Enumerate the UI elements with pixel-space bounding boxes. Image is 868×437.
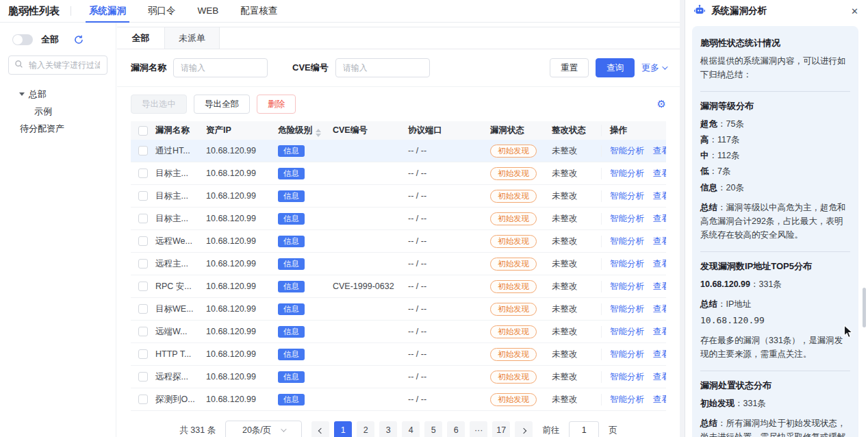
- view-link[interactable]: 查看: [652, 146, 666, 155]
- tab-weak-passwords[interactable]: 弱口令: [146, 0, 177, 23]
- column-settings-gear-icon[interactable]: ⚙: [657, 98, 666, 110]
- panel-scrollbar[interactable]: [863, 288, 866, 327]
- cell-vuln-name[interactable]: 目标主...: [154, 190, 205, 202]
- view-link[interactable]: 查看: [652, 282, 666, 291]
- row-checkbox[interactable]: [138, 259, 148, 269]
- page-button-17[interactable]: 17: [492, 421, 510, 437]
- page-button-2[interactable]: 2: [357, 421, 374, 437]
- cell-vuln-name[interactable]: HTTP T...: [154, 349, 205, 359]
- row-checkbox[interactable]: [138, 236, 148, 246]
- smart-analysis-link[interactable]: 智能分析: [610, 146, 644, 155]
- table-row[interactable]: 目标主... 10.68.120.99 信息 -- / -- 初始发现 未整改 …: [131, 162, 666, 185]
- row-checkbox[interactable]: [138, 372, 148, 382]
- view-link[interactable]: 查看: [652, 236, 666, 246]
- smart-analysis-link[interactable]: 智能分析: [610, 349, 644, 359]
- refresh-icon[interactable]: [74, 35, 84, 45]
- close-icon[interactable]: ✕: [851, 7, 858, 16]
- smart-analysis-link[interactable]: 智能分析: [610, 259, 644, 269]
- page-size-select[interactable]: 20条/页: [225, 421, 302, 437]
- smart-analysis-link[interactable]: 智能分析: [610, 191, 644, 201]
- page-button-4[interactable]: 4: [402, 421, 420, 437]
- page-button-1[interactable]: 1: [334, 421, 352, 437]
- row-checkbox[interactable]: [138, 168, 148, 178]
- cell-vuln-name[interactable]: 目标主...: [154, 168, 205, 179]
- delete-button[interactable]: 删除: [257, 95, 296, 114]
- cell-vuln-name[interactable]: 远程We...: [154, 236, 205, 247]
- smart-analysis-link[interactable]: 智能分析: [610, 372, 644, 382]
- cell-vuln-name[interactable]: RPC 安...: [154, 281, 205, 292]
- tree-node-example[interactable]: 示例: [8, 103, 107, 120]
- tree-filter-input[interactable]: [27, 60, 101, 71]
- smart-analysis-link[interactable]: 智能分析: [610, 214, 644, 223]
- view-link[interactable]: 查看: [652, 304, 666, 314]
- tree-node-headquarters[interactable]: 总部: [8, 86, 107, 103]
- select-all-checkbox[interactable]: [138, 126, 148, 136]
- next-page-button[interactable]: [515, 421, 533, 437]
- view-link[interactable]: 查看: [652, 349, 666, 359]
- table-row[interactable]: 通过HT... 10.68.120.99 信息 -- / -- 初始发现 未整改…: [131, 140, 666, 162]
- export-selected-button[interactable]: 导出选中: [131, 95, 187, 114]
- page-button-3[interactable]: 3: [379, 421, 397, 437]
- row-checkbox[interactable]: [138, 282, 148, 291]
- row-checkbox[interactable]: [138, 191, 148, 201]
- more-filters-link[interactable]: 更多: [641, 62, 666, 74]
- cell-vuln-name[interactable]: 远程探...: [154, 371, 205, 383]
- cell-vuln-name[interactable]: 远端W...: [154, 326, 205, 338]
- row-checkbox[interactable]: [138, 146, 148, 155]
- table-row[interactable]: HTTP T... 10.68.120.99 信息 -- / -- 初始发现 未…: [131, 343, 666, 366]
- view-link[interactable]: 查看: [652, 327, 666, 336]
- page-ellipsis[interactable]: ···: [470, 421, 487, 437]
- table-row[interactable]: 远程探... 10.68.120.99 信息 -- / -- 初始发现 未整改 …: [131, 366, 666, 388]
- table-row[interactable]: 目标主... 10.68.120.99 信息 -- / -- 初始发现 未整改 …: [131, 208, 666, 230]
- row-checkbox[interactable]: [138, 349, 148, 359]
- view-link[interactable]: 查看: [652, 214, 666, 223]
- smart-analysis-link[interactable]: 智能分析: [610, 395, 644, 404]
- cell-vuln-name[interactable]: 目标主...: [154, 213, 205, 225]
- tab-system-vulnerabilities[interactable]: 系统漏洞: [88, 0, 127, 23]
- vuln-name-input[interactable]: [173, 58, 268, 77]
- smart-analysis-link[interactable]: 智能分析: [610, 236, 644, 246]
- view-link[interactable]: 查看: [652, 191, 666, 201]
- col-vuln-name: 漏洞名称: [154, 125, 205, 136]
- prev-page-button[interactable]: [311, 421, 329, 437]
- query-button[interactable]: 查询: [596, 58, 635, 77]
- row-checkbox[interactable]: [138, 304, 148, 314]
- tree-node-unassigned-assets[interactable]: 待分配资产: [8, 120, 107, 137]
- col-risk-level[interactable]: 危险级别: [277, 125, 331, 137]
- all-toggle[interactable]: [12, 34, 33, 45]
- view-link[interactable]: 查看: [652, 395, 666, 404]
- view-link[interactable]: 查看: [652, 372, 666, 382]
- table-row[interactable]: 远端W... 10.68.120.99 信息 -- / -- 初始发现 未整改 …: [131, 321, 666, 343]
- tree-expand-caret-icon[interactable]: [19, 92, 25, 96]
- sort-icon[interactable]: [316, 129, 321, 137]
- export-all-button[interactable]: 导出全部: [194, 95, 250, 114]
- row-checkbox[interactable]: [138, 214, 148, 223]
- table-row[interactable]: 探测到O... 10.68.120.99 信息 -- / -- 初始发现 未整改…: [131, 388, 666, 411]
- table-row[interactable]: 目标主... 10.68.120.99 信息 -- / -- 初始发现 未整改 …: [131, 185, 666, 208]
- view-link[interactable]: 查看: [652, 168, 666, 178]
- cell-vuln-name[interactable]: 目标WE...: [154, 303, 205, 315]
- table-row[interactable]: 远程主... 10.68.120.99 信息 -- / -- 初始发现 未整改 …: [131, 253, 666, 275]
- cell-vuln-name[interactable]: 远程主...: [154, 258, 205, 270]
- smart-analysis-link[interactable]: 智能分析: [610, 282, 644, 291]
- page-button-5[interactable]: 5: [424, 421, 442, 437]
- row-checkbox[interactable]: [138, 395, 148, 404]
- table-row[interactable]: 目标WE... 10.68.120.99 信息 -- / -- 初始发现 未整改…: [131, 298, 666, 321]
- table-row[interactable]: 远程We... 10.68.120.99 信息 -- / -- 初始发现 未整改…: [131, 230, 666, 253]
- cell-vuln-name[interactable]: 通过HT...: [154, 145, 205, 157]
- goto-page-input[interactable]: [569, 421, 599, 437]
- smart-analysis-link[interactable]: 智能分析: [610, 168, 644, 178]
- tab-web[interactable]: WEB: [196, 0, 220, 23]
- smart-analysis-link[interactable]: 智能分析: [610, 304, 644, 314]
- row-checkbox[interactable]: [138, 327, 148, 336]
- smart-analysis-link[interactable]: 智能分析: [610, 327, 644, 336]
- tab-config-check[interactable]: 配置核查: [239, 0, 279, 23]
- view-link[interactable]: 查看: [652, 259, 666, 269]
- tab-all[interactable]: 全部: [117, 27, 165, 49]
- cve-input[interactable]: [335, 58, 430, 77]
- reset-button[interactable]: 重置: [550, 58, 589, 77]
- tab-undispatched[interactable]: 未派单: [165, 27, 220, 49]
- table-row[interactable]: RPC 安... 10.68.120.99 信息 CVE-1999-0632 -…: [131, 275, 666, 298]
- page-button-6[interactable]: 6: [447, 421, 465, 437]
- cell-vuln-name[interactable]: 探测到O...: [154, 394, 205, 405]
